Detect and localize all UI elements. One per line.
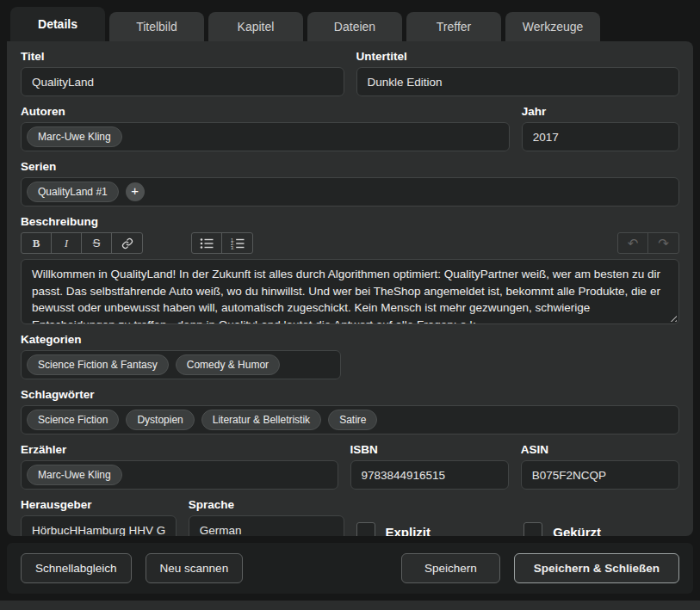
year-label: Jahr	[522, 105, 679, 119]
language-label: Sprache	[189, 498, 344, 512]
rescan-button[interactable]: Neu scannen	[146, 553, 244, 583]
publisher-label: Herausgeber	[21, 498, 177, 512]
title-input[interactable]	[21, 67, 344, 96]
description-editor[interactable]: Willkommen in QualityLand! In der Zukunf…	[21, 259, 679, 324]
explicit-label: Explizit	[386, 525, 431, 536]
link-icon	[121, 237, 133, 250]
ordered-list-icon: 1. 2. 3.	[231, 237, 245, 250]
subtitle-field-group: Untertitel	[356, 50, 680, 96]
genres-input[interactable]: Science Fiction & Fantasy Comedy & Humor	[21, 350, 341, 379]
tags-label: Schlagwörter	[21, 388, 679, 402]
ordered-list-button[interactable]: 1. 2. 3.	[222, 233, 252, 253]
tab-details[interactable]: Details	[10, 7, 105, 41]
strikethrough-button[interactable]: S	[82, 233, 112, 253]
year-field-group: Jahr	[522, 105, 679, 151]
genre-chip[interactable]: Science Fiction & Fantasy	[27, 354, 169, 375]
authors-field-group: Autoren Marc-Uwe Kling	[21, 105, 510, 151]
series-input[interactable]: QualityLand #1 +	[21, 177, 679, 206]
series-field-group: Serien QualityLand #1 +	[21, 160, 679, 206]
abridged-checkbox[interactable]	[523, 522, 542, 536]
isbn-field-group: ISBN	[350, 443, 509, 490]
tag-chip[interactable]: Science Fiction	[27, 410, 119, 430]
publisher-field-group: Herausgeber	[21, 498, 177, 536]
undo-button[interactable]: ↶	[618, 233, 648, 253]
link-button[interactable]	[112, 233, 142, 253]
edit-book-modal: Details Titelbild Kapitel Dateien Treffe…	[0, 0, 700, 610]
footer-bar: Schnellabgleich Neu scannen Speichern Sp…	[7, 543, 693, 594]
series-chip[interactable]: QualityLand #1	[27, 182, 119, 202]
subtitle-input[interactable]	[356, 67, 680, 96]
author-chip[interactable]: Marc-Uwe Kling	[27, 126, 122, 147]
resize-handle[interactable]	[667, 312, 677, 322]
tab-bar: Details Titelbild Kapitel Dateien Treffe…	[0, 0, 700, 41]
explicit-checkbox[interactable]	[356, 522, 375, 536]
undo-icon: ↶	[628, 236, 639, 251]
language-input[interactable]	[189, 515, 344, 536]
genre-chip[interactable]: Comedy & Humor	[176, 354, 280, 375]
bullet-list-button[interactable]	[192, 233, 222, 253]
description-toolbar: B I S	[21, 232, 679, 254]
tab-werkzeuge[interactable]: Werkzeuge	[505, 12, 600, 41]
tags-input[interactable]: Science Fiction Dystopien Literatur & Be…	[21, 405, 679, 434]
genres-label: Kategorien	[21, 333, 341, 347]
redo-icon: ↷	[658, 236, 669, 251]
tab-titelbild[interactable]: Titelbild	[109, 12, 204, 41]
isbn-input[interactable]	[350, 460, 509, 490]
subtitle-label: Untertitel	[356, 50, 680, 64]
narrator-label: Erzähler	[21, 443, 338, 457]
abridged-label: Gekürzt	[553, 525, 601, 536]
narrator-chip[interactable]: Marc-Uwe Kling	[27, 465, 122, 485]
description-label: Beschreibung	[21, 215, 679, 229]
list-button-group: 1. 2. 3.	[191, 232, 253, 254]
language-field-group: Sprache	[189, 498, 344, 536]
series-label: Serien	[21, 160, 679, 174]
footer-right-buttons: Speichern Speichern & Schließen	[401, 553, 679, 583]
narrator-input[interactable]: Marc-Uwe Kling	[21, 460, 338, 490]
title-label: Titel	[21, 50, 344, 64]
history-button-group: ↶ ↷	[617, 232, 679, 254]
details-panel: Titel Untertitel Autoren Marc-Uwe Kling …	[7, 41, 693, 536]
bold-button[interactable]: B	[22, 233, 52, 253]
format-button-group: B I S	[21, 232, 143, 254]
tab-dateien[interactable]: Dateien	[307, 12, 402, 41]
tag-chip[interactable]: Dystopien	[126, 410, 194, 430]
quick-match-button[interactable]: Schnellabgleich	[21, 553, 132, 583]
asin-field-group: ASIN	[521, 443, 679, 490]
svg-text:3.: 3.	[231, 244, 234, 249]
publisher-input[interactable]	[21, 515, 177, 536]
asin-label: ASIN	[521, 443, 679, 457]
description-field-group: Beschreibung B I S	[21, 215, 679, 324]
save-button[interactable]: Speichern	[401, 553, 500, 583]
explicit-field-group: Explizit	[356, 498, 512, 536]
footer-left-buttons: Schnellabgleich Neu scannen	[21, 553, 243, 583]
asin-input[interactable]	[521, 460, 679, 490]
tag-chip[interactable]: Satire	[328, 410, 377, 430]
add-series-button[interactable]: +	[126, 182, 145, 201]
title-field-group: Titel	[21, 50, 344, 96]
description-text: Willkommen in QualityLand! In der Zukunf…	[32, 268, 660, 324]
italic-button[interactable]: I	[52, 233, 82, 253]
year-input[interactable]	[522, 122, 679, 151]
genres-field-group: Kategorien Science Fiction & Fantasy Com…	[21, 333, 341, 379]
tag-chip[interactable]: Literatur & Belletristik	[201, 410, 321, 430]
bottom-strip	[0, 601, 700, 610]
tab-kapitel[interactable]: Kapitel	[208, 12, 303, 41]
tags-field-group: Schlagwörter Science Fiction Dystopien L…	[21, 388, 679, 434]
tab-treffer[interactable]: Treffer	[406, 12, 501, 41]
authors-label: Autoren	[21, 105, 510, 119]
narrator-field-group: Erzähler Marc-Uwe Kling	[21, 443, 338, 490]
bullet-list-icon	[200, 237, 214, 250]
redo-button[interactable]: ↷	[648, 233, 678, 253]
abridged-field-group: Gekürzt	[523, 498, 679, 536]
isbn-label: ISBN	[350, 443, 509, 457]
authors-input[interactable]: Marc-Uwe Kling	[21, 122, 510, 151]
save-and-close-button[interactable]: Speichern & Schließen	[514, 553, 679, 583]
